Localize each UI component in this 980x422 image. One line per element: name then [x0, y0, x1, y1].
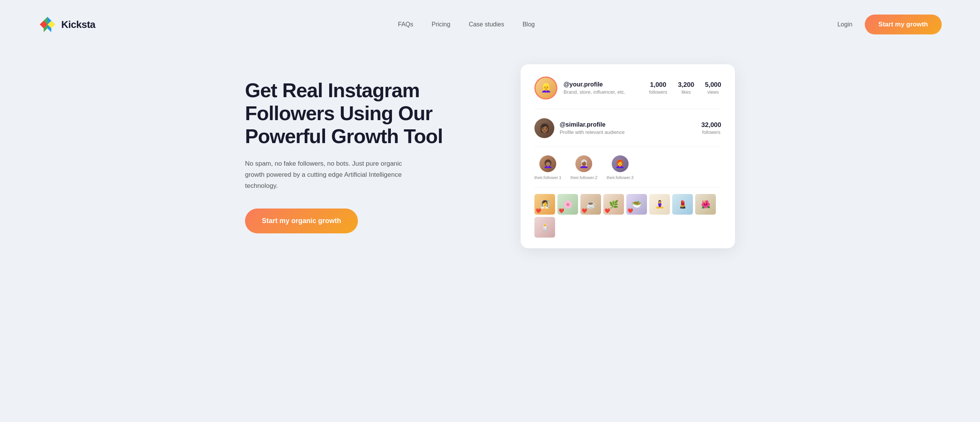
stat-likes-number: 3,200 — [678, 81, 694, 89]
photo-7: 💄 — [672, 194, 693, 215]
photo-6: 🧘‍♀️ — [649, 194, 670, 215]
photo-1: 🧖‍♀️❤️ — [534, 194, 555, 215]
photo-9: 🕯️ — [534, 217, 555, 238]
similar-profile-stat: 32,000 followers — [701, 121, 721, 135]
follower-1: 👩🏽‍🦱 their.follower.1 — [534, 155, 561, 180]
photo-5: 🥗❤️ — [626, 194, 647, 215]
nav-right: Login Start my growth — [837, 15, 942, 34]
similar-profile-row: 👩🏾 @similar.profile Profile with relevan… — [534, 118, 721, 147]
photo-3: ☕❤️ — [580, 194, 601, 215]
login-link[interactable]: Login — [837, 21, 852, 28]
follower-2: 👩🏾‍🦳 their.follower.2 — [570, 155, 597, 180]
follower-3-avatar: 👩‍🦰 — [612, 155, 629, 172]
your-profile-stats: 1,000 followers 3,200 likes 5,000 views — [649, 81, 721, 95]
follower-1-avatar: 👩🏽‍🦱 — [539, 155, 556, 172]
photo-4: 🌿❤️ — [603, 194, 624, 215]
nav-case-studies[interactable]: Case studies — [469, 21, 504, 28]
stat-views-label: views — [705, 90, 721, 95]
your-profile-handle: @your.profile — [564, 81, 626, 88]
photo-8: 🌺 — [695, 194, 716, 215]
your-profile-text: @your.profile Brand, store, influencer, … — [564, 81, 626, 95]
follower-3-name: their.follower.3 — [607, 175, 634, 180]
stat-followers-number: 1,000 — [649, 81, 667, 89]
logo-text: Kicksta — [61, 19, 95, 31]
your-profile-avatar: 👱‍♀️ — [534, 77, 557, 99]
follower-1-name: their.follower.1 — [534, 175, 561, 180]
similar-stat-number: 32,000 — [701, 121, 721, 129]
similar-profile-handle: @similar.profile — [560, 121, 625, 128]
navbar: Kicksta FAQs Pricing Case studies Blog L… — [15, 8, 965, 41]
start-growth-button[interactable]: Start my growth — [865, 15, 942, 34]
nav-links: FAQs Pricing Case studies Blog — [398, 21, 534, 28]
stat-views: 5,000 views — [705, 81, 721, 95]
logo-icon — [38, 15, 57, 34]
photo-2: 🌸❤️ — [557, 194, 578, 215]
similar-profile-text: @similar.profile Profile with relevant a… — [560, 121, 625, 135]
nav-faqs[interactable]: FAQs — [398, 21, 413, 28]
follower-3: 👩‍🦰 their.follower.3 — [607, 155, 634, 180]
hero-left: Get Real Instagram Followers Using Our P… — [245, 79, 467, 233]
similar-profile-desc: Profile with relevant audience — [560, 129, 625, 135]
your-profile-row: 👱‍♀️ @your.profile Brand, store, influen… — [534, 77, 721, 109]
hero-right: 👱‍♀️ @your.profile Brand, store, influen… — [521, 64, 735, 248]
stat-followers-label: followers — [649, 90, 667, 95]
hero-section: Get Real Instagram Followers Using Our P… — [222, 41, 758, 279]
nav-pricing[interactable]: Pricing — [432, 21, 451, 28]
photo-grid: 🧖‍♀️❤️ 🌸❤️ ☕❤️ 🌿❤️ 🥗❤️ 🧘‍♀️ 💄 🌺 🕯️ — [534, 194, 721, 238]
similar-profile-avatar: 👩🏾 — [534, 118, 554, 138]
followers-row: 👩🏽‍🦱 their.follower.1 👩🏾‍🦳 their.followe… — [534, 155, 721, 188]
hero-subtext: No spam, no fake followers, no bots. Jus… — [245, 158, 421, 192]
follower-2-name: their.follower.2 — [570, 175, 597, 180]
follower-2-avatar: 👩🏾‍🦳 — [575, 155, 592, 172]
nav-blog[interactable]: Blog — [523, 21, 535, 28]
instagram-card: 👱‍♀️ @your.profile Brand, store, influen… — [521, 64, 735, 248]
similar-profile-info: 👩🏾 @similar.profile Profile with relevan… — [534, 118, 625, 138]
your-profile-desc: Brand, store, influencer, etc. — [564, 89, 626, 95]
logo[interactable]: Kicksta — [38, 15, 95, 34]
hero-headline: Get Real Instagram Followers Using Our P… — [245, 79, 467, 148]
hero-cta-button[interactable]: Start my organic growth — [245, 209, 358, 233]
stat-likes: 3,200 likes — [678, 81, 694, 95]
stat-likes-label: likes — [678, 90, 694, 95]
similar-stat-label: followers — [701, 130, 721, 135]
your-profile-info: 👱‍♀️ @your.profile Brand, store, influen… — [534, 77, 626, 99]
stat-views-number: 5,000 — [705, 81, 721, 89]
stat-followers: 1,000 followers — [649, 81, 667, 95]
